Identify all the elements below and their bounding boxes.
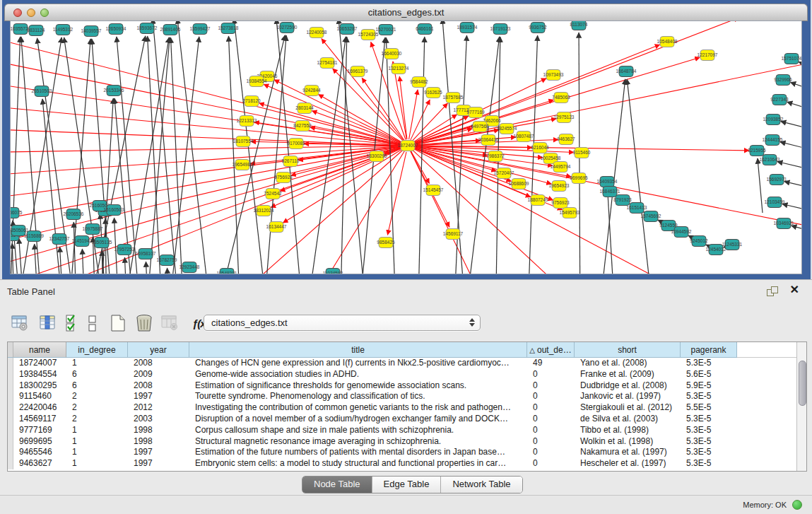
graph-node[interactable]: 10719123 bbox=[490, 24, 511, 35]
graph-node[interactable]: 12240058 bbox=[307, 28, 327, 38]
graph-node[interactable]: 10548408 bbox=[657, 37, 678, 47]
graph-node[interactable]: 9242844 bbox=[302, 86, 321, 96]
table-selector[interactable]: citations_edges.txt bbox=[204, 315, 481, 331]
graph-node[interactable]: 12444155 bbox=[763, 135, 783, 146]
network-canvas[interactable]: 2242004619384554127541812718120122133131… bbox=[10, 21, 802, 274]
delete-column-icon[interactable] bbox=[134, 313, 154, 333]
graph-node[interactable]: 18107554 bbox=[233, 136, 254, 147]
graph-node[interactable]: 15270021 bbox=[376, 25, 396, 35]
graph-node[interactable]: 8113074 bbox=[570, 21, 588, 30]
graph-node[interactable]: 9115460 bbox=[573, 148, 591, 158]
graph-node[interactable]: 9831124 bbox=[28, 25, 45, 36]
graph-node[interactable]: 7986372 bbox=[486, 151, 505, 162]
graph-node[interactable]: 11034592 bbox=[323, 269, 343, 275]
graph-node[interactable]: 16151413 bbox=[627, 203, 647, 214]
graph-node[interactable]: 12103459 bbox=[765, 197, 785, 208]
graph-node[interactable]: 12217097 bbox=[698, 50, 718, 61]
graph-node[interactable]: 9858425 bbox=[377, 238, 395, 248]
tab-edge-table[interactable]: Edge Table bbox=[372, 477, 441, 493]
graph-node[interactable]: 7485063 bbox=[552, 93, 570, 103]
table-row[interactable]: 977716911998Corpus callosum shape and si… bbox=[8, 425, 796, 436]
graph-node[interactable]: 11156869 bbox=[24, 231, 44, 242]
graph-node[interactable]: 17957253 bbox=[114, 245, 135, 255]
graph-node[interactable]: 10346921 bbox=[774, 218, 794, 229]
graph-node[interactable]: 10688609 bbox=[509, 179, 529, 189]
graph-node[interactable]: 10272590 bbox=[277, 23, 298, 33]
graph-node[interactable]: 9699695 bbox=[570, 173, 588, 184]
graph-node[interactable]: 16958107 bbox=[136, 249, 156, 259]
table-row[interactable]: 946554611997Estimation of the future num… bbox=[8, 447, 796, 458]
graph-node[interactable]: 12342757 bbox=[49, 234, 70, 245]
graph-node[interactable]: 26510503 bbox=[32, 86, 52, 97]
graph-node[interactable]: 2718120 bbox=[242, 96, 261, 107]
graph-node[interactable]: 12975123 bbox=[554, 112, 575, 123]
graph-node[interactable]: 9227343 bbox=[770, 95, 789, 105]
graph-node[interactable]: 9267110 bbox=[282, 156, 300, 167]
graph-node[interactable]: 15145457 bbox=[423, 185, 444, 196]
graph-node[interactable]: 10549201 bbox=[217, 269, 237, 275]
graph-node[interactable]: 9777169 bbox=[466, 107, 485, 118]
graph-node[interactable]: 8215955 bbox=[748, 146, 766, 156]
graph-node[interactable]: 10975887 bbox=[83, 224, 103, 235]
table-row[interactable]: 1830029562008Estimation of significance … bbox=[8, 380, 796, 392]
table-row[interactable]: 969969511998Structural magnetic resonanc… bbox=[8, 436, 796, 448]
graph-node[interactable]: 9936752 bbox=[529, 23, 547, 33]
graph-node[interactable]: 8791923 bbox=[613, 195, 632, 206]
graph-node[interactable]: 10973493 bbox=[543, 70, 564, 81]
graph-node[interactable]: 9329966 bbox=[774, 75, 792, 86]
column-header-out-degree[interactable]: △out_de… bbox=[527, 342, 575, 358]
column-header-name[interactable]: name bbox=[13, 342, 66, 358]
tab-network-table[interactable]: Network Table bbox=[440, 477, 522, 493]
close-panel-icon[interactable]: ✕ bbox=[790, 284, 799, 296]
graph-node[interactable]: 9170081 bbox=[287, 139, 305, 149]
graph-node[interactable]: 14039557 bbox=[81, 26, 102, 37]
table-row[interactable]: 946362711997Embryonic stem cells: a mode… bbox=[8, 458, 796, 469]
graph-node[interactable]: 13505135 bbox=[92, 238, 112, 248]
vertical-scrollbar[interactable] bbox=[796, 342, 806, 471]
table-row[interactable]: 1938455462009Genome-wide association stu… bbox=[8, 369, 796, 380]
graph-node[interactable]: 11451943 bbox=[72, 236, 93, 247]
graph-node[interactable]: 11245331 bbox=[722, 240, 743, 250]
column-header-in-degree[interactable]: in_degree bbox=[66, 342, 128, 358]
graph-node[interactable]: 8427552 bbox=[293, 121, 312, 132]
table-row[interactable]: 2242004622012Investigating the contribut… bbox=[8, 402, 796, 414]
graph-node[interactable]: 15495793 bbox=[560, 208, 580, 218]
column-visibility-icon[interactable] bbox=[40, 313, 58, 333]
graph-node[interactable]: 18807249 bbox=[528, 195, 548, 206]
graph-node[interactable]: 14569117 bbox=[443, 229, 464, 240]
graph-node[interactable]: 18931574 bbox=[457, 23, 478, 33]
graph-node[interactable]: 20891406 bbox=[160, 25, 181, 35]
graph-node[interactable]: 15720407 bbox=[494, 168, 514, 179]
column-header-year[interactable]: year bbox=[128, 342, 189, 358]
memory-ok-indicator[interactable] bbox=[792, 500, 802, 510]
graph-node[interactable]: 6466161 bbox=[416, 24, 434, 35]
graph-node[interactable]: 13599427 bbox=[190, 24, 211, 35]
graph-node[interactable]: 12923448 bbox=[180, 262, 200, 273]
graph-node[interactable]: 6497568 bbox=[471, 122, 489, 132]
new-column-icon[interactable] bbox=[109, 313, 127, 333]
tab-node-table[interactable]: Node Table bbox=[302, 477, 372, 493]
select-all-icon[interactable] bbox=[65, 313, 81, 333]
graph-node[interactable]: 14495794 bbox=[551, 162, 571, 173]
graph-node[interactable]: 15751074 bbox=[782, 54, 802, 64]
graph-node[interactable]: 18593672 bbox=[137, 23, 158, 34]
graph-node[interactable]: 12754181 bbox=[317, 58, 338, 69]
graph-node[interactable]: 20206536 bbox=[64, 209, 84, 220]
float-panel-icon[interactable] bbox=[767, 286, 778, 296]
graph-node[interactable]: 9162625 bbox=[424, 88, 442, 98]
graph-node[interactable]: 11495312 bbox=[53, 25, 73, 35]
graph-node[interactable]: 12650934 bbox=[106, 24, 126, 35]
graph-node[interactable]: 10653287 bbox=[337, 24, 358, 35]
graph-node[interactable]: 9756923 bbox=[551, 198, 570, 209]
graph-node[interactable]: 12356075 bbox=[11, 208, 23, 218]
graph-node[interactable]: 9245012 bbox=[690, 236, 708, 247]
graph-node[interactable]: 15692971 bbox=[767, 175, 787, 185]
graph-node[interactable]: 10807487 bbox=[514, 132, 534, 142]
table-row[interactable]: 911546021997Tourette syndrome. Phenomeno… bbox=[8, 391, 796, 402]
graph-node[interactable]: 13213274 bbox=[389, 64, 409, 74]
graph-node[interactable]: 9584482 bbox=[410, 77, 428, 88]
scrollbar-thumb[interactable] bbox=[799, 361, 806, 406]
graph-node[interactable]: 19654923 bbox=[549, 181, 570, 192]
graph-node[interactable]: 12093852 bbox=[763, 115, 784, 125]
table-mode-icon[interactable] bbox=[11, 313, 30, 333]
